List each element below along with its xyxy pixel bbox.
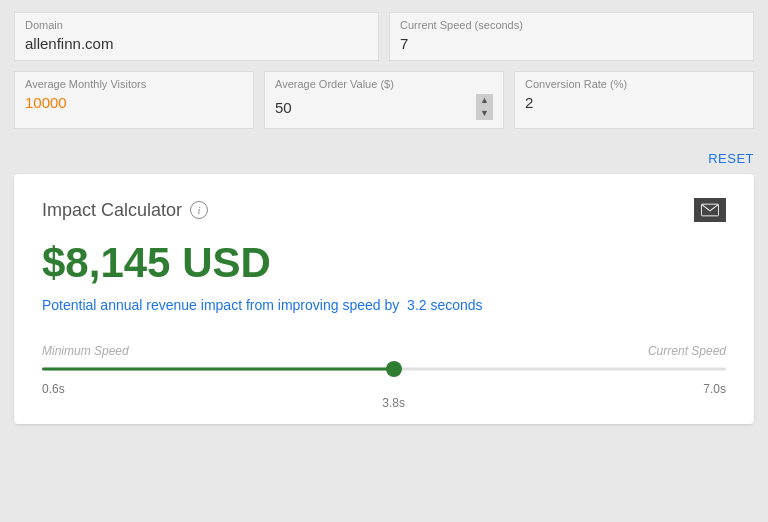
reset-button[interactable]: RESET [708,151,754,166]
domain-input[interactable] [25,35,368,52]
conversion-label: Conversion Rate (%) [525,78,743,90]
slider-track[interactable] [42,366,726,372]
slider-track-filled [42,367,394,370]
conversion-input[interactable] [525,94,743,111]
card-title: Impact Calculator [42,200,182,221]
subtitle-speed: 3.2 seconds [407,297,483,313]
speed-field-group: Current Speed (seconds) [389,12,754,61]
slider-val-mid: 3.8s [382,396,405,410]
order-field-group: Average Order Value ($) ▲ ▼ [264,71,504,129]
slider-labels-top: Minimum Speed Current Speed [42,344,726,358]
slider-val-max: 7.0s [703,382,726,396]
slider-values-wrap: 0.6s 7.0s 3.8s [42,382,726,396]
slider-min-label: Minimum Speed [42,344,129,358]
speed-label: Current Speed (seconds) [400,19,743,31]
slider-max-label: Current Speed [648,344,726,358]
info-icon[interactable]: i [190,201,208,219]
email-icon[interactable] [694,198,726,222]
order-input[interactable] [275,99,472,116]
revenue-subtitle: Potential annual revenue impact from imp… [42,296,726,316]
order-spinner[interactable]: ▲ ▼ [476,94,493,120]
domain-label: Domain [25,19,368,31]
revenue-amount: $8,145 USD [42,240,726,286]
slider-thumb[interactable] [386,361,402,377]
visitors-field-group: Average Monthly Visitors [14,71,254,129]
impact-calculator-card: Impact Calculator i $8,145 USD Potential… [14,174,754,424]
visitors-label: Average Monthly Visitors [25,78,243,90]
slider-values: 0.6s 7.0s [42,382,726,396]
spinner-down[interactable]: ▼ [476,107,493,120]
visitors-input[interactable] [25,94,243,111]
speed-input[interactable] [400,35,743,52]
subtitle-prefix: Potential annual revenue impact from imp… [42,297,399,313]
order-label: Average Order Value ($) [275,78,493,90]
card-title-wrap: Impact Calculator i [42,200,208,221]
card-header: Impact Calculator i [42,198,726,222]
slider-section: Minimum Speed Current Speed 0.6s 7.0s 3.… [42,344,726,396]
conversion-field-group: Conversion Rate (%) [514,71,754,129]
domain-field-group: Domain [14,12,379,61]
spinner-up[interactable]: ▲ [476,94,493,107]
slider-val-min: 0.6s [42,382,65,396]
